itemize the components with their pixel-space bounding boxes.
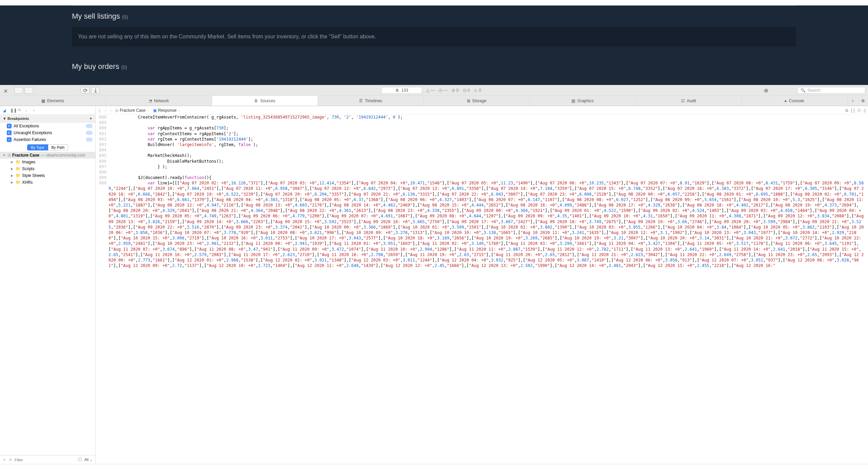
doc-count: 133 [401, 88, 408, 93]
dock-right-button[interactable] [24, 87, 33, 94]
add-resource-icon[interactable]: ＋ [1, 457, 7, 463]
breakpoint-row[interactable]: EAll Exceptions [0, 123, 95, 129]
breakpoint-row[interactable]: EUncaught Exceptions [0, 129, 95, 136]
resource-tree: ▼ ◎ Fracture Case — steamcommunity.com ▶… [0, 152, 95, 455]
gear-icon: ⚙ [861, 98, 865, 103]
folder-icon: 📁 [16, 160, 21, 164]
filter-icon: ⊙ [9, 458, 12, 462]
tab-sources[interactable]: 🗎Sources [212, 96, 318, 106]
step-out-icon[interactable]: ↑ [33, 108, 37, 113]
timing-b: ◷ — [439, 88, 448, 93]
console-icon: ▸ [785, 98, 787, 103]
breakpoint-row[interactable]: AAssertion Failures [0, 136, 95, 143]
sidebar-toggle-icon[interactable]: ▯ [98, 108, 101, 113]
filter-all-dropdown[interactable]: All ⌄ [83, 458, 94, 462]
graphics-icon: ▧ [571, 98, 575, 103]
tree-root[interactable]: ▼ ◎ Fracture Case — steamcommunity.com [0, 152, 95, 159]
source-editor: ▯ ‹ › ◎ Fracture Case 〉 ▣ Response ⌄ ⧉ {… [96, 106, 868, 464]
nav-forward-icon[interactable]: › [110, 108, 112, 113]
network-icon: ◔ [149, 98, 152, 103]
debugger-toolbar: ◢ ❚❚ ↷ ↓ ↑ [0, 106, 95, 114]
warn-count: ◷ 0 [463, 88, 470, 93]
reload-button[interactable]: ⟳ [81, 87, 90, 94]
tab-network[interactable]: ◔Network [106, 96, 212, 106]
search-placeholder: Search [808, 88, 820, 93]
toggle[interactable] [86, 131, 93, 135]
breadcrumb-file[interactable]: ◎ Fracture Case 〉 [115, 108, 150, 113]
pause-icon[interactable]: ❚❚ [10, 108, 15, 113]
sources-icon: 🗎 [254, 98, 258, 103]
tree-folder[interactable]: ▶📁Style Sheets [0, 172, 95, 179]
element-picker-button[interactable]: ⊕ [761, 87, 770, 94]
tab-console[interactable]: ▸Console [742, 96, 848, 106]
document-icon: 🗎 [395, 88, 399, 93]
breakpoint-toggle-icon[interactable]: ◢ [3, 108, 7, 113]
tree-folder[interactable]: ▶📁XHRs [0, 179, 95, 186]
step-over-icon[interactable]: ↷ [18, 108, 22, 113]
dock-buttons [14, 87, 33, 94]
sell-empty-message: You are not selling any of this item on … [72, 27, 796, 47]
search-icon: 🔍 [800, 88, 806, 93]
close-icon[interactable]: ✕ [3, 88, 8, 93]
filter-scope-icon: ⓘ [78, 457, 82, 463]
console-prompt[interactable]: ❯ [0, 464, 868, 466]
braces-icon[interactable]: { } [851, 108, 855, 113]
sources-sidebar: ◢ ❚❚ ↷ ↓ ↑ ▼ Breakpoints ＋ EAll Exceptio… [0, 106, 96, 464]
buy-orders-heading: My buy orders (0) [72, 56, 796, 71]
tree-folder[interactable]: ▶📁Scripts [0, 165, 95, 172]
code-icon[interactable]: ⟨⟩ [857, 108, 861, 113]
tab-graphics[interactable]: ▧Graphics [530, 96, 636, 106]
response-icon: ▣ [153, 108, 157, 113]
tree-root-label: Fracture Case [12, 153, 39, 158]
folder-icon: 📁 [16, 180, 21, 185]
compass-icon: ◎ [7, 153, 11, 158]
devtools-panel: ✕ ⟳ ⤓ 🗎 133 △ — ◷ — ⊘ 0 ◷ 0 ⚠ 0 ⊕ 🔍 Sear… [0, 85, 868, 466]
alert-count: ⚠ 0 [474, 88, 481, 93]
sidebar-filter: ＋ ⊙ ⓘ All ⌄ [0, 455, 95, 464]
buy-title: My buy orders [72, 62, 119, 71]
dock-left-button[interactable] [14, 87, 23, 94]
seg-by-type[interactable]: By Type [27, 144, 48, 150]
download-button[interactable]: ⤓ [91, 87, 100, 94]
tab-timelines[interactable]: ☰Timelines [318, 96, 424, 106]
nav-back-icon[interactable]: ‹ [104, 108, 107, 113]
panel-toggle-icon[interactable]: ▯ [864, 108, 866, 113]
add-breakpoint-icon[interactable]: ＋ [89, 116, 93, 121]
steam-page: My sell listings (0) You are not selling… [0, 5, 868, 85]
timelines-icon: ☰ [359, 98, 363, 103]
devtools-toolbar: ✕ ⟳ ⤓ 🗎 133 △ — ◷ — ⊘ 0 ◷ 0 ⚠ 0 ⊕ 🔍 Sear… [0, 85, 868, 96]
tree-folder[interactable]: ▶📁Images [0, 159, 95, 165]
timing-a: △ — [426, 88, 435, 93]
code-scroll[interactable]: 888889890891892893894895896897898899900 … [96, 114, 868, 464]
search-box[interactable]: 🔍 Search [797, 87, 865, 94]
seg-by-path[interactable]: By Path [48, 144, 69, 150]
breadcrumb-response[interactable]: ▣ Response ⌄ [153, 108, 181, 113]
step-into-icon[interactable]: ↓ [25, 108, 30, 113]
resource-grouping: By Type By Path [0, 143, 95, 152]
line-gutter: 888889890891892893894895896897898899900 [96, 114, 109, 464]
toggle[interactable] [86, 124, 93, 128]
copy-icon[interactable]: ⧉ [845, 108, 848, 113]
page-resource-pill[interactable]: 🗎 133 [381, 87, 422, 94]
code-content[interactable]: CreateItemHoverFromContainer( g_rgAssets… [109, 114, 868, 464]
tab-elements[interactable]: ▦Elements [0, 96, 106, 106]
tab-audit[interactable]: ☑Audit [636, 96, 742, 106]
tab-bar: ▦Elements ◔Network 🗎Sources ☰Timelines ⊞… [0, 96, 868, 106]
sell-count: (0) [122, 14, 128, 20]
storage-icon: ⊞ [467, 98, 470, 103]
compass-icon: ◎ [115, 108, 118, 113]
tab-add[interactable]: ＋ [848, 96, 858, 106]
audit-icon: ☑ [681, 98, 685, 103]
filter-input[interactable] [13, 457, 76, 463]
error-count: ⊘ 0 [452, 88, 459, 93]
sell-listings-heading: My sell listings (0) [72, 6, 796, 21]
folder-icon: 📁 [16, 166, 21, 171]
toggle[interactable] [86, 138, 93, 142]
elements-icon: ▦ [41, 98, 45, 103]
editor-header: ▯ ‹ › ◎ Fracture Case 〉 ▣ Response ⌄ ⧉ {… [96, 106, 868, 114]
tab-settings[interactable]: ⚙ [858, 96, 868, 106]
tab-storage[interactable]: ⊞Storage [424, 96, 530, 106]
breakpoints-header[interactable]: ▼ Breakpoints ＋ [0, 114, 95, 123]
buy-count: (0) [121, 65, 127, 70]
sell-title: My sell listings [72, 12, 120, 21]
